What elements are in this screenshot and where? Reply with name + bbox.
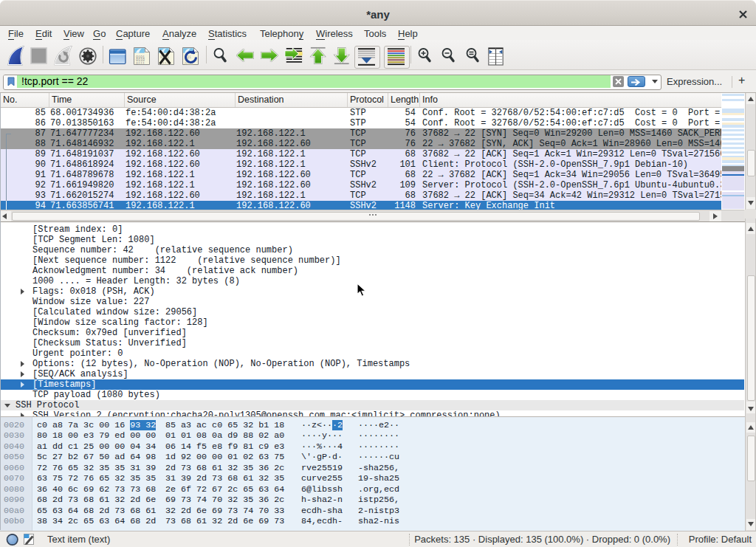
- svg-text:0111: 0111: [136, 62, 145, 66]
